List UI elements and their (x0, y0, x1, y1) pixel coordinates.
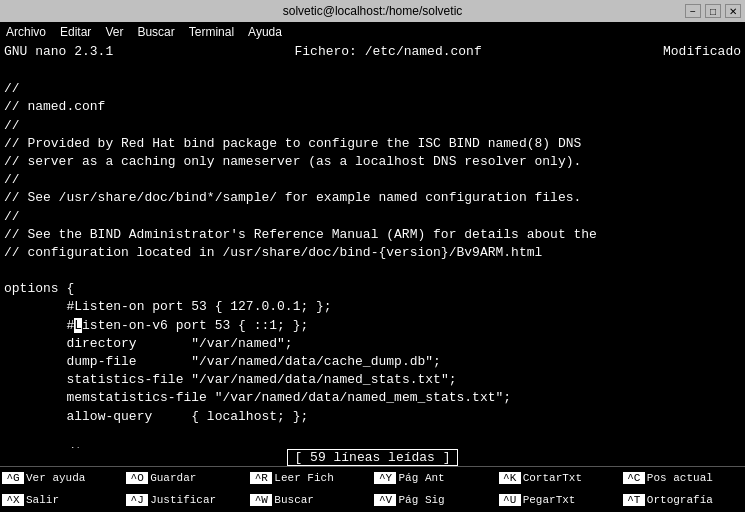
menu-item-buscar[interactable]: Buscar (137, 25, 174, 39)
shortcut-item[interactable]: ^GVer ayuda (0, 467, 124, 489)
editor-line: statistics-file "/var/named/data/named_s… (4, 371, 741, 389)
shortcut-label: Leer Fich (274, 472, 333, 484)
shortcut-key: ^J (126, 494, 148, 506)
shortcut-item[interactable]: ^TOrtografía (621, 489, 745, 511)
shortcut-key: ^G (2, 472, 24, 484)
nano-top-bar: GNU nano 2.3.1 Fichero: /etc/named.conf … (0, 42, 745, 60)
editor-line: // named.conf (4, 98, 741, 116)
window-controls: − □ ✕ (685, 4, 741, 18)
shortcut-key: ^T (623, 494, 645, 506)
editor-line: // (4, 80, 741, 98)
shortcut-item[interactable]: ^OGuardar (124, 467, 248, 489)
close-button[interactable]: ✕ (725, 4, 741, 18)
shortcuts-bar: ^GVer ayuda^OGuardar^RLeer Fich^YPág Ant… (0, 466, 745, 510)
title-bar: solvetic@localhost:/home/solvetic − □ ✕ (0, 0, 745, 22)
shortcut-label: CortarTxt (523, 472, 582, 484)
lines-read-status: [ 59 líneas leídas ] (287, 449, 457, 466)
editor-line: // (4, 208, 741, 226)
nano-filename: Fichero: /etc/named.conf (294, 44, 481, 59)
editor-line: directory "/var/named"; (4, 335, 741, 353)
shortcut-item[interactable]: ^CPos actual (621, 467, 745, 489)
editor-line: // (4, 117, 741, 135)
status-line: [ 59 líneas leídas ] (0, 448, 745, 466)
shortcut-label: Guardar (150, 472, 196, 484)
editor-line: #Listen-on port 53 { 127.0.0.1; }; (4, 298, 741, 316)
shortcut-label: Pág Ant (398, 472, 444, 484)
shortcut-item[interactable]: ^VPág Sig (372, 489, 496, 511)
shortcut-key: ^R (250, 472, 272, 484)
shortcut-key: ^U (499, 494, 521, 506)
shortcut-label: Buscar (274, 494, 314, 506)
shortcut-label: PegarTxt (523, 494, 576, 506)
editor-line: dump-file "/var/named/data/cache_dump.db… (4, 353, 741, 371)
editor-line (4, 262, 741, 280)
shortcut-key: ^C (623, 472, 645, 484)
shortcut-key: ^K (499, 472, 521, 484)
editor-line: // Provided by Red Hat bind package to c… (4, 135, 741, 153)
menu-item-ver[interactable]: Ver (105, 25, 123, 39)
shortcut-key: ^Y (374, 472, 396, 484)
cursor: L (74, 318, 82, 333)
nano-modified: Modificado (663, 44, 741, 59)
shortcut-label: Pág Sig (398, 494, 444, 506)
editor-line: options { (4, 280, 741, 298)
shortcut-label: Ortografía (647, 494, 713, 506)
menu-bar: ArchivoEditarVerBuscarTerminalAyuda (0, 22, 745, 42)
shortcut-key: ^X (2, 494, 24, 506)
editor-line: memstatistics-file "/var/named/data/name… (4, 389, 741, 407)
shortcut-label: Justificar (150, 494, 216, 506)
shortcut-item[interactable]: ^UPegarTxt (497, 489, 621, 511)
menu-item-editar[interactable]: Editar (60, 25, 91, 39)
editor-line: // (4, 171, 741, 189)
editor-line: // See the BIND Administrator's Referenc… (4, 226, 741, 244)
editor-line: // See /usr/share/doc/bind*/sample/ for … (4, 189, 741, 207)
shortcut-item[interactable]: ^YPág Ant (372, 467, 496, 489)
minimize-button[interactable]: − (685, 4, 701, 18)
shortcut-label: Salir (26, 494, 59, 506)
editor-line (4, 426, 741, 444)
editor-line: #Listen-on-v6 port 53 { ::1; }; (4, 317, 741, 335)
window-title: solvetic@localhost:/home/solvetic (283, 4, 463, 18)
editor-line: // configuration located in /usr/share/d… (4, 244, 741, 262)
maximize-button[interactable]: □ (705, 4, 721, 18)
shortcut-item[interactable]: ^KCortarTxt (497, 467, 621, 489)
shortcut-item[interactable]: ^JJustificar (124, 489, 248, 511)
shortcut-item[interactable]: ^WBuscar (248, 489, 372, 511)
shortcut-key: ^V (374, 494, 396, 506)
editor-line: allow-query { localhost; }; (4, 408, 741, 426)
editor-line: // server as a caching only nameserver (… (4, 153, 741, 171)
shortcut-label: Ver ayuda (26, 472, 85, 484)
menu-item-ayuda[interactable]: Ayuda (248, 25, 282, 39)
editor-area[interactable]: //// named.conf//// Provided by Red Hat … (0, 60, 745, 448)
shortcut-key: ^W (250, 494, 272, 506)
menu-item-archivo[interactable]: Archivo (6, 25, 46, 39)
shortcut-item[interactable]: ^XSalir (0, 489, 124, 511)
shortcut-label: Pos actual (647, 472, 713, 484)
shortcut-key: ^O (126, 472, 148, 484)
menu-item-terminal[interactable]: Terminal (189, 25, 234, 39)
shortcut-item[interactable]: ^RLeer Fich (248, 467, 372, 489)
nano-version: GNU nano 2.3.1 (4, 44, 113, 59)
